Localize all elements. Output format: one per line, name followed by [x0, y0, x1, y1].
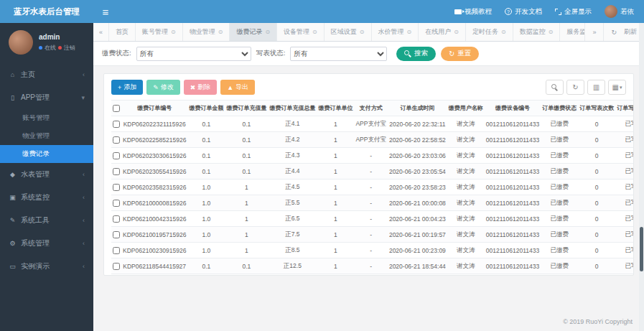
sidebar-item-3[interactable]: ▣系统监控‹ [0, 186, 93, 209]
records-table: 缴费订单编号缴费订单金额缴费订单充值量缴费订单充值总量缴费订单单位支付方式订单生… [111, 100, 634, 274]
cell-order-no: KDP062023030615926 [121, 148, 187, 164]
tabs-scroll-right-button[interactable]: » [584, 23, 603, 41]
sidebar: admin 在线 注销 ⌂主页‹▯APP管理▾账号管理物业管理缴费记录◆水表管理… [0, 23, 93, 331]
cell-pay-status: 已缴费 [541, 180, 578, 195]
column-header[interactable]: 缴费订单编号 [121, 101, 187, 116]
cell-write-count: 0 [578, 132, 615, 148]
cell-order-no: KDP062118544415927 [121, 258, 187, 274]
tabs: 首页账号管理⊙物业管理⊙缴费记录⊙设备管理⊙区域设置⊙水价管理⊙在线用户⊙定时任… [109, 23, 584, 41]
row-checkbox[interactable] [113, 247, 120, 254]
sidebar-item-6[interactable]: ▭实例演示‹ [0, 255, 93, 278]
column-header[interactable]: 缴费设备编号 [485, 101, 541, 116]
row-checkbox[interactable] [113, 136, 120, 144]
sidebar-item-5[interactable]: ⚙系统管理‹ [0, 232, 93, 255]
column-header[interactable]: 订单生成时间 [388, 101, 447, 116]
pay-status-select[interactable]: 所有 [136, 47, 251, 61]
row-checkbox[interactable] [113, 231, 120, 238]
cell-order-no: KDP062022585215926 [121, 132, 187, 148]
row-checkbox[interactable] [113, 184, 120, 191]
cell-pay-method: - [354, 258, 388, 274]
cell-write-count: 0 [578, 180, 615, 195]
tab-4[interactable]: 设备管理⊙ [277, 23, 325, 41]
circle-icon: ⊙ [218, 29, 223, 35]
sidebar-subitem[interactable]: 账号管理 [0, 109, 93, 127]
chevron-down-icon: ▾ [81, 94, 85, 101]
copyright: © 2019 RuoYi Copyright [563, 318, 633, 325]
cell-pay-method: APP支付宝 [354, 132, 388, 148]
write-status-select[interactable]: 所有 [290, 47, 387, 61]
tab-8[interactable]: 定时任务⊙ [466, 23, 513, 41]
row-checkbox[interactable] [113, 121, 120, 128]
question-icon: ? [505, 8, 512, 15]
cell-pay-status: 已缴费 [541, 243, 578, 258]
refresh-tab-button[interactable]: ↻ 刷新 [603, 23, 644, 41]
dev-docs-link[interactable]: ? 开发文档 [505, 7, 542, 17]
cell-write-count: 0 [578, 227, 615, 243]
user-panel: admin 在线 注销 [0, 23, 93, 63]
logout-link[interactable]: 注销 [64, 44, 75, 52]
cell-write-status: 已写入 [615, 180, 634, 195]
row-checkbox[interactable] [113, 168, 120, 175]
column-header[interactable]: 缴费订单充值量 [225, 101, 268, 116]
tab-2[interactable]: 物业管理⊙ [183, 23, 230, 41]
tab-9[interactable]: 数据监控⊙ [513, 23, 561, 41]
scrollbar-thumb[interactable] [640, 227, 643, 271]
tab-7[interactable]: 在线用户⊙ [419, 23, 466, 41]
cell-device: 0012110612011433 [485, 243, 541, 258]
row-checkbox[interactable] [113, 263, 120, 270]
select-all-checkbox[interactable] [113, 105, 120, 112]
sidebar-subitem[interactable]: 缴费记录 [0, 145, 93, 163]
table-refresh-button[interactable]: ↻ [566, 80, 584, 95]
sidebar-item-2[interactable]: ◆水表管理‹ [0, 163, 93, 186]
sidebar-item-0[interactable]: ⌂主页‹ [0, 63, 93, 86]
cell-recharge: 1 [225, 211, 268, 227]
delete-button[interactable]: ✖ 删除 [184, 80, 218, 95]
cell-user: 谢文涛 [447, 164, 485, 180]
user-menu[interactable]: 若依 [605, 5, 634, 18]
cell-created: 2020-06-20 22:58:52 [388, 132, 447, 148]
toggle-columns-button[interactable]: ▥ [587, 80, 605, 95]
column-header[interactable]: 缴费订单充值总量 [268, 101, 317, 116]
column-header[interactable]: 缴费订单金额 [187, 101, 225, 116]
edit-button[interactable]: ✎ 修改 [146, 80, 180, 95]
reset-button[interactable]: ↻ 重置 [441, 47, 479, 61]
column-header[interactable]: 支付方式 [354, 101, 388, 116]
row-checkbox[interactable] [113, 215, 120, 223]
cell-device: 0012110612011433 [485, 195, 541, 211]
export-button[interactable]: ▲ 导出 [220, 80, 255, 95]
sidebar-toggle-button[interactable]: ≡ [93, 6, 118, 18]
cell-unit: 1 [317, 132, 354, 148]
column-header[interactable]: 缴费用户名称 [447, 101, 485, 116]
cell-pay-status: 已缴费 [541, 132, 578, 148]
cell-created: 2020-06-21 00:19:57 [388, 227, 447, 243]
cell-device: 0012110612011433 [485, 164, 541, 180]
tab-5[interactable]: 区域设置⊙ [325, 23, 372, 41]
cell-write-status: 已写入 [615, 116, 634, 132]
cell-write-status: 已写入 [615, 148, 634, 164]
toggle-view-button[interactable]: ▦▾ [608, 80, 626, 95]
cell-write-status: 已写入 [615, 211, 634, 227]
column-header[interactable]: 订单缴费状态 [541, 101, 578, 116]
column-header[interactable]: 订单写表状态 [615, 101, 634, 116]
cross-icon: ✖ [190, 84, 196, 91]
video-tutorial-link[interactable]: 视频教程 [454, 7, 492, 17]
tab-10[interactable]: 服务监控⊙ [560, 23, 584, 41]
tab-0[interactable]: 首页 [109, 23, 136, 41]
add-button[interactable]: + 添加 [111, 80, 143, 95]
cell-unit: 1 [317, 195, 354, 211]
row-checkbox[interactable] [113, 200, 120, 207]
sidebar-item-4[interactable]: ✎系统工具‹ [0, 209, 93, 232]
tabs-scroll-left-button[interactable]: « [93, 23, 109, 41]
cell-pay-method: - [354, 180, 388, 195]
tab-3[interactable]: 缴费记录⊙ [230, 23, 277, 41]
fullscreen-button[interactable]: 全屏显示 [555, 7, 592, 17]
tab-1[interactable]: 账号管理⊙ [136, 23, 183, 41]
row-checkbox[interactable] [113, 152, 120, 159]
column-header[interactable]: 订单写表次数 [578, 101, 615, 116]
sidebar-item-1[interactable]: ▯APP管理▾ [0, 86, 93, 109]
table-search-button[interactable] [546, 80, 564, 95]
sidebar-subitem[interactable]: 物业管理 [0, 127, 93, 145]
column-header[interactable]: 缴费订单单位 [317, 101, 354, 116]
search-button[interactable]: 搜索 [396, 47, 436, 61]
tab-6[interactable]: 水价管理⊙ [372, 23, 419, 41]
